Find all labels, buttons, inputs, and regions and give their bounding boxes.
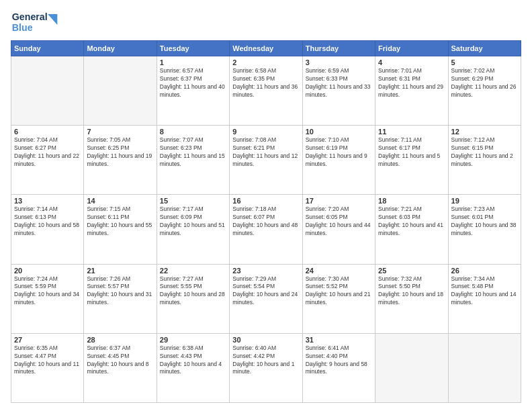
day-number: 4 [378, 58, 445, 66]
day-number: 3 [306, 58, 372, 66]
day-info: Sunrise: 6:58 AM Sunset: 6:35 PM Dayligh… [232, 67, 299, 99]
weekday-wednesday: Wednesday [230, 41, 302, 56]
weekday-thursday: Thursday [302, 41, 375, 56]
calendar-cell: 12Sunrise: 7:12 AM Sunset: 6:15 PM Dayli… [448, 126, 521, 195]
weekday-header-row: SundayMondayTuesdayWednesdayThursdayFrid… [11, 41, 521, 56]
day-info: Sunrise: 7:04 AM Sunset: 6:27 PM Dayligh… [14, 136, 81, 169]
weekday-friday: Friday [375, 41, 448, 56]
svg-marker-2 [48, 14, 57, 25]
calendar-cell: 13Sunrise: 7:14 AM Sunset: 6:13 PM Dayli… [11, 195, 84, 264]
week-row-5: 27Sunrise: 6:35 AM Sunset: 4:47 PM Dayli… [11, 333, 521, 402]
calendar-cell: 16Sunrise: 7:18 AM Sunset: 6:07 PM Dayli… [230, 195, 302, 264]
day-number: 24 [306, 267, 372, 275]
day-number: 22 [160, 267, 226, 275]
calendar-cell [448, 333, 521, 402]
day-info: Sunrise: 7:24 AM Sunset: 5:59 PM Dayligh… [14, 275, 81, 308]
calendar-cell: 20Sunrise: 7:24 AM Sunset: 5:59 PM Dayli… [11, 264, 84, 333]
calendar-cell: 4Sunrise: 7:01 AM Sunset: 6:31 PM Daylig… [375, 56, 448, 126]
day-number: 13 [14, 197, 81, 205]
day-info: Sunrise: 6:41 AM Sunset: 4:40 PM Dayligh… [306, 345, 372, 377]
day-info: Sunrise: 7:18 AM Sunset: 6:07 PM Dayligh… [232, 205, 299, 238]
calendar-cell: 18Sunrise: 7:21 AM Sunset: 6:03 PM Dayli… [375, 195, 448, 264]
header: General Blue [11, 8, 521, 35]
day-info: Sunrise: 7:21 AM Sunset: 6:03 PM Dayligh… [378, 205, 445, 238]
calendar-cell: 15Sunrise: 7:17 AM Sunset: 6:09 PM Dayli… [157, 195, 229, 264]
day-info: Sunrise: 7:02 AM Sunset: 6:29 PM Dayligh… [451, 67, 518, 99]
calendar-cell: 1Sunrise: 6:57 AM Sunset: 6:37 PM Daylig… [157, 56, 229, 126]
day-number: 14 [87, 197, 153, 205]
calendar-table: SundayMondayTuesdayWednesdayThursdayFrid… [11, 40, 521, 403]
svg-text:Blue: Blue [12, 22, 33, 33]
calendar-cell: 22Sunrise: 7:27 AM Sunset: 5:55 PM Dayli… [157, 264, 229, 333]
calendar-cell: 11Sunrise: 7:11 AM Sunset: 6:17 PM Dayli… [375, 126, 448, 195]
calendar-cell: 17Sunrise: 7:20 AM Sunset: 6:05 PM Dayli… [302, 195, 375, 264]
logo: General Blue [11, 8, 64, 35]
day-number: 31 [306, 336, 372, 344]
day-number: 16 [232, 197, 299, 205]
calendar-cell: 25Sunrise: 7:32 AM Sunset: 5:50 PM Dayli… [375, 264, 448, 333]
day-info: Sunrise: 7:11 AM Sunset: 6:17 PM Dayligh… [378, 136, 445, 169]
day-number: 25 [378, 267, 445, 275]
calendar-cell [11, 56, 84, 126]
day-number: 1 [160, 58, 226, 66]
day-number: 19 [451, 197, 518, 205]
day-number: 5 [451, 58, 518, 66]
calendar-cell: 2Sunrise: 6:58 AM Sunset: 6:35 PM Daylig… [230, 56, 302, 126]
calendar-cell [84, 56, 157, 126]
calendar-cell: 8Sunrise: 7:07 AM Sunset: 6:23 PM Daylig… [157, 126, 229, 195]
day-info: Sunrise: 7:08 AM Sunset: 6:21 PM Dayligh… [232, 136, 299, 169]
day-info: Sunrise: 7:23 AM Sunset: 6:01 PM Dayligh… [451, 205, 518, 238]
calendar-cell: 26Sunrise: 7:34 AM Sunset: 5:48 PM Dayli… [448, 264, 521, 333]
week-row-1: 1Sunrise: 6:57 AM Sunset: 6:37 PM Daylig… [11, 56, 521, 126]
day-info: Sunrise: 7:32 AM Sunset: 5:50 PM Dayligh… [378, 275, 445, 308]
weekday-saturday: Saturday [448, 41, 521, 56]
day-info: Sunrise: 7:14 AM Sunset: 6:13 PM Dayligh… [14, 205, 81, 238]
calendar-cell: 7Sunrise: 7:05 AM Sunset: 6:25 PM Daylig… [84, 126, 157, 195]
day-info: Sunrise: 6:38 AM Sunset: 4:43 PM Dayligh… [160, 345, 226, 377]
day-info: Sunrise: 7:34 AM Sunset: 5:48 PM Dayligh… [451, 275, 518, 308]
calendar-cell: 5Sunrise: 7:02 AM Sunset: 6:29 PM Daylig… [448, 56, 521, 126]
calendar-cell: 14Sunrise: 7:15 AM Sunset: 6:11 PM Dayli… [84, 195, 157, 264]
day-number: 20 [14, 267, 81, 275]
calendar-cell: 27Sunrise: 6:35 AM Sunset: 4:47 PM Dayli… [11, 333, 84, 402]
day-number: 11 [378, 128, 445, 136]
calendar-cell: 28Sunrise: 6:37 AM Sunset: 4:45 PM Dayli… [84, 333, 157, 402]
calendar-cell: 19Sunrise: 7:23 AM Sunset: 6:01 PM Dayli… [448, 195, 521, 264]
week-row-3: 13Sunrise: 7:14 AM Sunset: 6:13 PM Dayli… [11, 195, 521, 264]
calendar-cell: 21Sunrise: 7:26 AM Sunset: 5:57 PM Dayli… [84, 264, 157, 333]
day-number: 28 [87, 336, 153, 344]
day-info: Sunrise: 6:35 AM Sunset: 4:47 PM Dayligh… [14, 345, 81, 377]
day-number: 26 [451, 267, 518, 275]
day-number: 21 [87, 267, 153, 275]
day-number: 6 [14, 128, 81, 136]
week-row-4: 20Sunrise: 7:24 AM Sunset: 5:59 PM Dayli… [11, 264, 521, 333]
day-number: 30 [232, 336, 299, 344]
week-row-2: 6Sunrise: 7:04 AM Sunset: 6:27 PM Daylig… [11, 126, 521, 195]
day-number: 12 [451, 128, 518, 136]
day-number: 7 [87, 128, 153, 136]
day-info: Sunrise: 7:15 AM Sunset: 6:11 PM Dayligh… [87, 205, 153, 238]
day-number: 17 [306, 197, 372, 205]
day-number: 27 [14, 336, 81, 344]
calendar-cell: 3Sunrise: 6:59 AM Sunset: 6:33 PM Daylig… [302, 56, 375, 126]
calendar-cell [375, 333, 448, 402]
day-info: Sunrise: 7:27 AM Sunset: 5:55 PM Dayligh… [160, 275, 226, 308]
day-info: Sunrise: 6:57 AM Sunset: 6:37 PM Dayligh… [160, 67, 226, 99]
weekday-sunday: Sunday [11, 41, 84, 56]
day-info: Sunrise: 6:59 AM Sunset: 6:33 PM Dayligh… [306, 67, 372, 99]
calendar-cell: 6Sunrise: 7:04 AM Sunset: 6:27 PM Daylig… [11, 126, 84, 195]
calendar-cell: 31Sunrise: 6:41 AM Sunset: 4:40 PM Dayli… [302, 333, 375, 402]
day-info: Sunrise: 6:40 AM Sunset: 4:42 PM Dayligh… [232, 345, 299, 377]
calendar-cell: 30Sunrise: 6:40 AM Sunset: 4:42 PM Dayli… [230, 333, 302, 402]
day-info: Sunrise: 7:12 AM Sunset: 6:15 PM Dayligh… [451, 136, 518, 169]
day-number: 18 [378, 197, 445, 205]
calendar-cell: 10Sunrise: 7:10 AM Sunset: 6:19 PM Dayli… [302, 126, 375, 195]
day-info: Sunrise: 7:01 AM Sunset: 6:31 PM Dayligh… [378, 67, 445, 99]
svg-text:General: General [12, 11, 48, 22]
calendar-cell: 23Sunrise: 7:29 AM Sunset: 5:54 PM Dayli… [230, 264, 302, 333]
day-number: 29 [160, 336, 226, 344]
day-number: 10 [306, 128, 372, 136]
calendar-cell: 24Sunrise: 7:30 AM Sunset: 5:52 PM Dayli… [302, 264, 375, 333]
weekday-tuesday: Tuesday [157, 41, 229, 56]
day-info: Sunrise: 7:29 AM Sunset: 5:54 PM Dayligh… [232, 275, 299, 308]
